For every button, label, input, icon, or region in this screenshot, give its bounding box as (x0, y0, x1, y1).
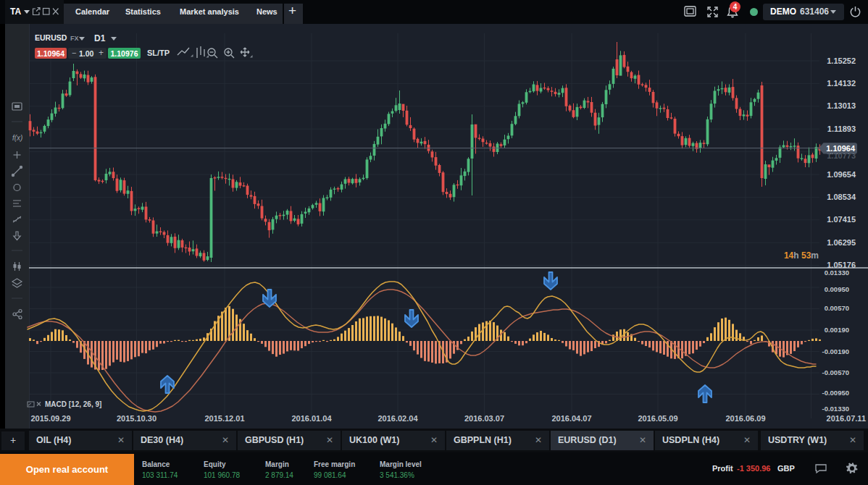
svg-text:-0.00570: -0.00570 (822, 368, 849, 376)
svg-text:2015.10.30: 2015.10.30 (117, 414, 157, 423)
svg-text:1.09654: 1.09654 (827, 170, 856, 179)
svg-text:2015.09.29: 2015.09.29 (30, 414, 70, 423)
svg-text:1.06295: 1.06295 (827, 238, 856, 247)
svg-text:2015.12.01: 2015.12.01 (204, 414, 244, 423)
svg-text:-0.00950: -0.00950 (822, 389, 849, 397)
svg-text:0.00950: 0.00950 (825, 285, 849, 293)
svg-text:2016.06.09: 2016.06.09 (725, 414, 765, 423)
svg-text:-0.00190: -0.00190 (822, 347, 849, 355)
svg-text:1.13013: 1.13013 (827, 101, 856, 110)
svg-text:2016.01.04: 2016.01.04 (291, 414, 332, 423)
svg-text:1.11893: 1.11893 (827, 125, 856, 133)
svg-text:2016.03.07: 2016.03.07 (464, 414, 504, 423)
svg-text:0.00190: 0.00190 (825, 326, 849, 334)
svg-text:2016.02.04: 2016.02.04 (377, 414, 418, 423)
svg-text:f(x): f(x) (12, 134, 22, 142)
svg-text:0.01330: 0.01330 (825, 269, 849, 277)
svg-text:2016.07.11: 2016.07.11 (827, 414, 866, 423)
svg-text:2016.04.07: 2016.04.07 (551, 414, 591, 423)
svg-text:0.00570: 0.00570 (825, 304, 849, 312)
svg-text:-0.01330: -0.01330 (822, 405, 849, 413)
svg-text:1.10964: 1.10964 (826, 144, 856, 153)
svg-text:14h 53m: 14h 53m (784, 250, 819, 261)
svg-text:2016.05.09: 2016.05.09 (638, 414, 677, 423)
svg-text:1.07415: 1.07415 (827, 215, 856, 224)
svg-text:1.08534: 1.08534 (827, 193, 856, 201)
svg-text:1.15252: 1.15252 (827, 56, 856, 65)
svg-text:MACD [12, 26, 9]: MACD [12, 26, 9] (45, 400, 101, 408)
svg-text:1.14132: 1.14132 (827, 79, 856, 88)
